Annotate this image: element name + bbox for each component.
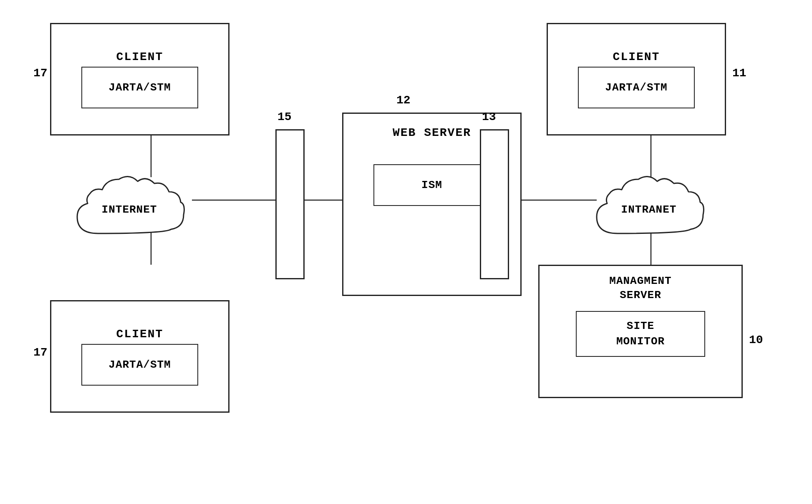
- label-13: 13: [482, 110, 496, 123]
- mgmt-server-inner-text: SITEMONITOR: [616, 318, 665, 349]
- mgmt-server-box: MANAGMENTSERVER SITEMONITOR: [538, 265, 743, 398]
- label-12: 12: [396, 94, 411, 107]
- web-server-title: WEB SERVER: [393, 126, 471, 139]
- web-server-inner-text: ISM: [421, 179, 442, 191]
- internet-cloud: INTERNET: [65, 167, 194, 252]
- label-17-top-left: 17: [33, 67, 48, 80]
- firewall-left-bar: [275, 129, 305, 279]
- intranet-cloud: INTRANET: [584, 167, 714, 252]
- mgmt-server-title: MANAGMENTSERVER: [609, 274, 671, 303]
- client-bottom-left-inner: JARTA/STM: [81, 344, 198, 386]
- client-top-left-inner: JARTA/STM: [81, 67, 198, 108]
- mgmt-server-inner: SITEMONITOR: [576, 311, 705, 357]
- label-10: 10: [749, 333, 763, 346]
- client-top-right-title: CLIENT: [613, 50, 660, 63]
- svg-text:INTERNET: INTERNET: [102, 203, 157, 216]
- svg-text:INTRANET: INTRANET: [621, 203, 677, 216]
- client-bottom-left-box: CLIENT JARTA/STM: [50, 300, 229, 413]
- client-top-left-inner-text: JARTA/STM: [108, 81, 171, 94]
- client-bottom-left-inner-text: JARTA/STM: [108, 359, 171, 371]
- client-top-right-inner-text: JARTA/STM: [605, 81, 667, 94]
- web-server-inner: ISM: [373, 164, 490, 206]
- firewall-right-bar: [480, 129, 509, 279]
- client-top-left-title: CLIENT: [116, 50, 164, 63]
- label-11: 11: [732, 67, 746, 80]
- diagram-container: CLIENT JARTA/STM 17 CLIENT JARTA/STM 17 …: [0, 0, 812, 504]
- client-bottom-left-title: CLIENT: [116, 328, 164, 341]
- label-17-bottom-left: 17: [33, 346, 48, 359]
- client-top-left-box: CLIENT JARTA/STM: [50, 23, 229, 135]
- client-top-right-inner: JARTA/STM: [578, 67, 695, 108]
- label-15: 15: [277, 110, 292, 123]
- client-top-right-box: CLIENT JARTA/STM: [547, 23, 726, 135]
